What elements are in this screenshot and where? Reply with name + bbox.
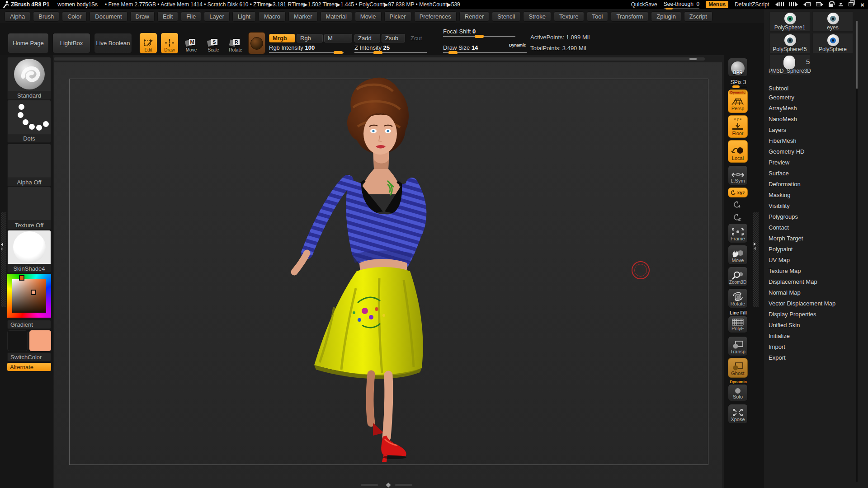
tool-item-polysphere45[interactable]: PolySphere45	[769, 33, 810, 53]
section-morph-target[interactable]: Morph Target	[769, 233, 857, 244]
minimize-icon[interactable]	[839, 3, 843, 6]
see-through-slider[interactable]: See-through 0	[664, 1, 699, 9]
menu-color[interactable]: Color	[62, 11, 87, 22]
edit-button[interactable]: Edit	[140, 33, 157, 53]
spix-slider[interactable]: SPix 3	[724, 79, 752, 87]
menu-material[interactable]: Material	[321, 11, 352, 22]
section-displacement-map[interactable]: Displacement Map	[769, 276, 857, 287]
current-stroke-thumb[interactable]: Dots	[7, 100, 51, 143]
current-material-thumb[interactable]: SkinShade4	[7, 230, 51, 273]
section-display-properties[interactable]: Display Properties	[769, 309, 857, 319]
current-texture-thumb[interactable]: Texture Off	[7, 187, 51, 230]
menu-tool[interactable]: Tool	[587, 11, 609, 22]
zcut-button[interactable]: Zcut	[407, 34, 427, 42]
doc-scroll-updown-icon[interactable]	[386, 483, 391, 488]
menu-marker[interactable]: Marker	[288, 11, 317, 22]
canvas-h-scroll-handle[interactable]	[689, 58, 697, 60]
menu-file[interactable]: File	[181, 11, 201, 22]
bpr-button[interactable]: BPR	[728, 58, 748, 77]
spin-z-icon[interactable]	[732, 213, 742, 222]
section-polypaint[interactable]: Polypaint	[769, 244, 857, 254]
current-alpha-thumb[interactable]: Alpha Off	[7, 144, 51, 187]
draw-size-handle[interactable]	[448, 51, 458, 54]
rgb-intensity-slider[interactable]: Rgb Intensity 100	[269, 44, 344, 53]
rotate-button[interactable]: R Rotate	[227, 33, 244, 53]
current-material-swatch[interactable]	[248, 32, 265, 54]
menu-movie[interactable]: Movie	[355, 11, 382, 22]
menu-light[interactable]: Light	[232, 11, 256, 22]
rgb-button[interactable]: Rgb	[297, 34, 323, 42]
zoom3d-button[interactable]: Zoom3D	[728, 267, 748, 286]
ghost-button[interactable]: Ghost	[728, 358, 748, 378]
section-arraymesh[interactable]: ArrayMesh	[769, 103, 857, 113]
menu-texture[interactable]: Texture	[554, 11, 584, 22]
section-fibermesh[interactable]: FiberMesh	[769, 135, 857, 146]
zsub-button[interactable]: Zsub	[382, 34, 405, 42]
restore-icon[interactable]	[849, 2, 855, 7]
floor-axes-toggles[interactable]: x y z	[734, 117, 741, 121]
lightbox-button[interactable]: LightBox	[52, 33, 90, 53]
tool-item-pm3d-sphere3d[interactable]: PM3D_Sphere3D	[769, 55, 810, 75]
secondary-color-swatch[interactable]	[29, 330, 51, 351]
menu-brush[interactable]: Brush	[33, 11, 59, 22]
persp-button[interactable]: Dynamic Persp	[728, 89, 748, 113]
doc-bottom-scroll-right[interactable]	[395, 484, 412, 486]
section-visibility[interactable]: Visibility	[769, 200, 857, 211]
section-polygroups[interactable]: Polygroups	[769, 211, 857, 222]
section-deformation[interactable]: Deformation	[769, 178, 857, 189]
default-zscript-button[interactable]: DefaultZScript	[735, 1, 769, 8]
scale-button[interactable]: S Scale	[205, 33, 222, 53]
z-intensity-slider[interactable]: Z Intensity 25	[354, 44, 427, 53]
section-masking[interactable]: Masking	[769, 189, 857, 200]
tool-item-polysphere1[interactable]: PolySphere1	[769, 11, 810, 32]
right-tray-divider[interactable]	[753, 212, 759, 307]
section-unified-skin[interactable]: Unified Skin	[769, 319, 857, 330]
canvas-h-scrollbar[interactable]	[54, 57, 705, 61]
prev-layout-icon[interactable]	[803, 1, 811, 8]
current-brush-thumb[interactable]: Standard	[7, 57, 51, 100]
doc-bottom-scroll-left[interactable]	[361, 484, 378, 486]
menu-zplugin[interactable]: Zplugin	[651, 11, 681, 22]
local-button[interactable]: Local	[728, 140, 748, 163]
section-texture-map[interactable]: Texture Map	[769, 265, 857, 276]
hue-selector[interactable]	[19, 275, 24, 281]
switch-color-button[interactable]: SwitchColor	[7, 352, 51, 361]
section-vector-displacement-map[interactable]: Vector Displacement Map	[769, 298, 857, 309]
menu-stroke[interactable]: Stroke	[523, 11, 551, 22]
section-geometry[interactable]: Geometry	[769, 92, 857, 103]
section-contact[interactable]: Contact	[769, 222, 857, 233]
section-layers[interactable]: Layers	[769, 124, 857, 135]
lock-icon[interactable]	[829, 4, 833, 7]
menu-preferences[interactable]: Preferences	[414, 11, 457, 22]
sv-selector[interactable]	[31, 290, 36, 295]
solo-button[interactable]: Solo	[728, 384, 748, 401]
tool-palette-scroll-handle[interactable]	[856, 21, 858, 89]
spix-handle[interactable]	[732, 85, 740, 88]
menu-alpha[interactable]: Alpha	[5, 11, 30, 22]
draw-size-dynamic-label[interactable]: Dynamic	[509, 43, 526, 47]
menu-macro[interactable]: Macro	[259, 11, 286, 22]
section-geometry-hd[interactable]: Geometry HD	[769, 146, 857, 157]
rotate-3d-button[interactable]: Rotate	[728, 288, 748, 308]
floor-button[interactable]: x y z Floor	[728, 115, 748, 138]
section-preview[interactable]: Preview	[769, 157, 857, 168]
menu-render[interactable]: Render	[459, 11, 490, 22]
rgb-intensity-handle[interactable]	[334, 51, 343, 54]
tool-palette-scrollbar[interactable]	[856, 21, 858, 482]
section-nanomesh[interactable]: NanoMesh	[769, 113, 857, 124]
rotate-xyz-button[interactable]: xyz	[728, 188, 748, 197]
gradient-label[interactable]: Gradient	[7, 320, 51, 329]
mrgb-button[interactable]: Mrgb	[269, 34, 295, 42]
section-export[interactable]: Export	[769, 352, 857, 363]
left-tray-toggle-icon[interactable]	[775, 1, 784, 8]
zadd-button[interactable]: Zadd	[354, 34, 380, 42]
m-button[interactable]: M	[324, 34, 352, 42]
menu-layer[interactable]: Layer	[204, 11, 230, 22]
canvas-area[interactable]	[53, 55, 724, 488]
focal-shift-slider[interactable]: Focal Shift 0	[443, 28, 515, 37]
live-boolean-button[interactable]: Live Boolean	[94, 33, 132, 53]
spin-y-icon[interactable]	[732, 201, 742, 210]
next-layout-icon[interactable]	[816, 1, 823, 8]
right-tray-toggle-icon[interactable]	[789, 1, 798, 8]
menu-stencil[interactable]: Stencil	[492, 11, 520, 22]
